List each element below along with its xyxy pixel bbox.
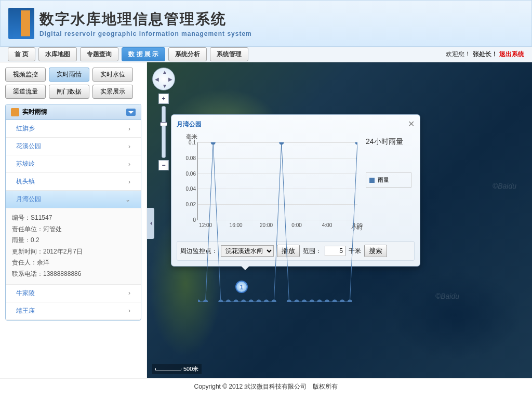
svg-point-9 [264, 299, 269, 302]
sub-btn-rain[interactable]: 实时雨情 [49, 68, 89, 82]
pan-east-icon[interactable]: ▶ [168, 76, 172, 82]
svg-point-20 [348, 299, 352, 302]
detail-person-label: 责任人： [12, 259, 37, 266]
chevron-down-icon: ⌄ [125, 196, 130, 203]
chart-side-title: 24小时雨量 [366, 137, 411, 147]
detail-unit-value: 河管处 [43, 225, 62, 233]
nav-tab-admin[interactable]: 系统管理 [210, 47, 248, 61]
detail-time-value: 2012年2月7日 [43, 248, 83, 255]
zoom-slider-handle[interactable] [160, 122, 167, 126]
svg-point-1 [203, 299, 208, 302]
station-label: 靖王庙 [16, 307, 35, 315]
popup-title: 月湾公园 [177, 120, 415, 129]
sub-btn-channel[interactable]: 渠道流量 [5, 85, 46, 99]
panel-collapse-icon[interactable] [126, 109, 136, 116]
scale-bar-icon [155, 368, 181, 370]
detail-phone-label: 联系电话： [12, 270, 43, 277]
station-item[interactable]: 靖王庙› [6, 302, 141, 320]
zoom-out-button[interactable]: − [158, 160, 169, 170]
svg-point-18 [332, 299, 337, 302]
pan-south-icon[interactable]: ▼ [162, 83, 167, 89]
svg-point-0 [198, 299, 201, 302]
chart-legend: 雨量 [366, 172, 411, 188]
panel-folder-icon [11, 108, 19, 116]
app-logo-icon [8, 8, 34, 39]
station-item-selected[interactable]: 月湾公园⌄ [6, 191, 141, 208]
logout-link[interactable]: 退出系统 [499, 50, 524, 58]
nav-tab-home[interactable]: 首 页 [8, 47, 35, 61]
chevron-right-icon: › [128, 289, 130, 297]
app-title-zh: 数字水库地理信息管理系统 [39, 9, 252, 29]
station-item[interactable]: 机头镇› [6, 173, 141, 191]
pan-north-icon[interactable]: ▲ [162, 69, 167, 75]
chart-popup: 月湾公园 ✕ 毫米 小时 00.020.040.060.080.112:0016… [171, 114, 420, 267]
station-details: 编号：S11547 责任单位：河管处 雨量：0.2 更新时间：2012年2月7日… [6, 208, 141, 285]
svg-point-8 [256, 299, 261, 302]
station-label: 苏坡岭 [16, 159, 35, 168]
svg-point-6 [241, 299, 246, 302]
chevron-right-icon: › [128, 143, 130, 150]
detail-rain-label: 雨量： [12, 236, 31, 244]
station-item[interactable]: 牛家陵› [6, 285, 141, 302]
user-name: 张处长！ [473, 50, 498, 58]
sub-btn-waterlevel[interactable]: 实时水位 [92, 68, 133, 82]
app-title-en: Digital reservoir geographic information… [39, 30, 252, 37]
nav-tab-map[interactable]: 水库地图 [38, 47, 77, 61]
svg-point-5 [233, 299, 238, 302]
panel-title: 实时雨情 [22, 108, 47, 116]
station-label: 月湾公园 [16, 195, 41, 204]
svg-point-2 [211, 142, 216, 145]
chart-ytick: 0.1 [182, 140, 196, 145]
svg-point-21 [355, 142, 357, 145]
chart-ytick: 0 [182, 217, 196, 223]
detail-id-label: 编号： [12, 214, 31, 221]
footer: Copyright © 2012 武汉微目科技有限公司 版权所有 [0, 378, 532, 394]
legend-label: 雨量 [378, 176, 389, 184]
station-item[interactable]: 花溪公园› [6, 138, 141, 155]
chart-ytick: 0.04 [182, 186, 196, 192]
baidu-watermark: ©Baidu [435, 292, 459, 300]
rain-chart: 毫米 小时 00.020.040.060.080.112:0016:0020:0… [177, 132, 415, 236]
chart-ytick: 0.06 [182, 170, 196, 176]
zoom-slider-track[interactable] [162, 106, 166, 158]
sidebar-collapse-handle[interactable] [147, 208, 154, 239]
svg-point-15 [310, 299, 314, 302]
pan-west-icon[interactable]: ◀ [155, 76, 159, 82]
close-icon[interactable]: ✕ [408, 119, 415, 129]
svg-point-7 [249, 299, 254, 302]
svg-point-11 [279, 142, 284, 145]
chart-ytick: 0.02 [182, 202, 196, 207]
svg-point-14 [302, 299, 307, 302]
zoom-in-button[interactable]: + [158, 94, 169, 104]
app-header: 数字水库地理信息管理系统 Digital reservoir geographi… [0, 0, 532, 47]
svg-point-4 [226, 299, 231, 302]
sub-btn-video[interactable]: 视频监控 [5, 68, 46, 82]
baidu-watermark: ©Baidu [493, 182, 516, 190]
map-canvas[interactable]: ©Baidu ©Baidu ▲ ▼ ▶ ◀ + − 1 500米 月湾公园 ✕ … [147, 62, 532, 378]
map-pan-wheel[interactable]: ▲ ▼ ▶ ◀ [152, 68, 175, 90]
detail-id-value: S11547 [31, 214, 52, 221]
svg-point-12 [287, 299, 291, 302]
nav-tab-analysis[interactable]: 系统分析 [168, 47, 207, 61]
welcome-text: 欢迎您！ [446, 50, 471, 58]
station-item[interactable]: 红旗乡› [6, 120, 141, 138]
panel-header[interactable]: 实时雨情 [6, 104, 141, 120]
svg-point-17 [325, 299, 329, 302]
detail-phone-value: 13888888886 [43, 270, 81, 277]
legend-color-icon [369, 178, 375, 183]
station-label: 红旗乡 [16, 124, 35, 133]
svg-point-19 [340, 299, 344, 302]
sub-btn-gate[interactable]: 闸门数据 [49, 85, 89, 99]
search-button[interactable]: 搜索 [364, 245, 387, 257]
sub-btn-scene[interactable]: 实景展示 [92, 85, 133, 99]
chevron-right-icon: › [128, 178, 130, 185]
station-label: 花溪公园 [16, 142, 41, 151]
detail-time-label: 更新时间： [12, 248, 43, 255]
svg-point-3 [218, 299, 223, 302]
map-scale: 500米 [152, 364, 202, 374]
main-nav: 首 页 水库地图 专题查询 数 据 展 示 系统分析 系统管理 欢迎您！ 张处长… [0, 47, 532, 62]
nav-tab-query[interactable]: 专题查询 [80, 47, 118, 61]
nav-tab-data[interactable]: 数 据 展 示 [122, 47, 165, 61]
station-item[interactable]: 苏坡岭› [6, 155, 141, 173]
sidebar: 视频监控 实时雨情 实时水位 渠道流量 闸门数据 实景展示 实时雨情 红旗乡› … [0, 62, 147, 378]
